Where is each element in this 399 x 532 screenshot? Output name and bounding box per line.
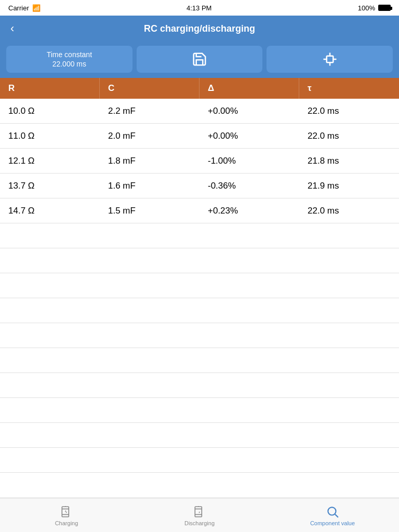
cell-r-0: 10.0 Ω bbox=[0, 100, 100, 123]
status-left: Carrier 📶 bbox=[8, 4, 41, 12]
svg-line-14 bbox=[335, 514, 338, 517]
table-row: 11.0 Ω 2.0 mF +0.00% 22.0 ms bbox=[0, 124, 399, 149]
cell-tau-4: 22.0 ms bbox=[299, 200, 399, 222]
cell-delta-1: +0.00% bbox=[200, 125, 299, 148]
wifi-icon: 📶 bbox=[32, 4, 41, 12]
cell-c-2: 1.8 mF bbox=[100, 150, 200, 172]
status-bar: Carrier 📶 4:13 PM 100% bbox=[0, 0, 399, 16]
tab-component-value[interactable]: Component value bbox=[266, 505, 399, 526]
charging-icon bbox=[60, 505, 73, 518]
table-row: 10.0 Ω 2.2 mF +0.00% 22.0 ms bbox=[0, 99, 399, 124]
status-right: 100% bbox=[358, 4, 391, 12]
col-header-r: R bbox=[0, 78, 100, 99]
cell-c-0: 2.2 mF bbox=[100, 100, 200, 123]
battery-icon bbox=[378, 5, 391, 11]
cell-delta-3: -0.36% bbox=[200, 175, 299, 197]
table-header: R C Δ τ bbox=[0, 78, 399, 99]
empty-row bbox=[0, 323, 399, 348]
cell-r-2: 12.1 Ω bbox=[0, 150, 100, 172]
carrier-text: Carrier bbox=[8, 4, 29, 12]
tab-charging-label: Charging bbox=[55, 520, 78, 526]
tab-bar: Charging Discharging Component value bbox=[0, 498, 399, 532]
tab-discharging-label: Discharging bbox=[184, 520, 215, 526]
table-row: 13.7 Ω 1.6 mF -0.36% 21.9 ms bbox=[0, 174, 399, 198]
empty-row bbox=[0, 348, 399, 373]
empty-row bbox=[0, 223, 399, 248]
table-row: 14.7 Ω 1.5 mF +0.23% 22.0 ms bbox=[0, 198, 399, 223]
cell-delta-4: +0.23% bbox=[200, 200, 299, 222]
cell-c-1: 2.0 mF bbox=[100, 125, 200, 148]
empty-row bbox=[0, 473, 399, 498]
empty-row bbox=[0, 398, 399, 423]
table-body: 10.0 Ω 2.2 mF +0.00% 22.0 ms 11.0 Ω 2.0 … bbox=[0, 99, 399, 519]
cell-r-4: 14.7 Ω bbox=[0, 200, 100, 222]
svg-rect-2 bbox=[326, 56, 333, 63]
tab-charging[interactable]: Charging bbox=[0, 505, 133, 526]
empty-row bbox=[0, 298, 399, 323]
save-button[interactable] bbox=[137, 46, 263, 73]
battery-percent: 100% bbox=[358, 4, 375, 12]
cell-c-4: 1.5 mF bbox=[100, 200, 200, 222]
col-header-c: C bbox=[100, 78, 200, 99]
svg-rect-9 bbox=[195, 507, 202, 517]
toolbar: Time constant 22.000 ms bbox=[0, 42, 399, 78]
tab-component-value-label: Component value bbox=[310, 520, 355, 526]
search-icon bbox=[326, 505, 339, 518]
circuit-button[interactable] bbox=[267, 46, 393, 73]
cell-tau-0: 22.0 ms bbox=[299, 100, 399, 123]
empty-row bbox=[0, 373, 399, 398]
time-constant-button[interactable]: Time constant 22.000 ms bbox=[6, 46, 132, 73]
col-header-tau: τ bbox=[299, 78, 399, 99]
time-constant-value: 22.000 ms bbox=[52, 59, 86, 69]
svg-point-13 bbox=[328, 507, 336, 515]
nav-bar: ‹ RC charging/discharging bbox=[0, 16, 399, 42]
tab-discharging[interactable]: Discharging bbox=[133, 505, 266, 526]
cell-tau-2: 21.8 ms bbox=[299, 150, 399, 172]
col-header-delta: Δ bbox=[200, 78, 299, 99]
empty-row bbox=[0, 273, 399, 298]
empty-row bbox=[0, 423, 399, 448]
cell-r-3: 13.7 Ω bbox=[0, 175, 100, 197]
cell-tau-1: 22.0 ms bbox=[299, 125, 399, 148]
status-time: 4:13 PM bbox=[187, 4, 211, 12]
back-button[interactable]: ‹ bbox=[6, 20, 18, 37]
cell-delta-2: -1.00% bbox=[200, 150, 299, 172]
time-constant-label: Time constant bbox=[47, 50, 92, 59]
empty-row bbox=[0, 248, 399, 273]
page-title: RC charging/discharging bbox=[144, 23, 255, 34]
empty-row bbox=[0, 448, 399, 473]
table-row: 12.1 Ω 1.8 mF -1.00% 21.8 ms bbox=[0, 149, 399, 174]
save-icon bbox=[192, 51, 207, 67]
discharging-icon bbox=[193, 505, 206, 518]
cell-delta-0: +0.00% bbox=[200, 100, 299, 123]
circuit-icon bbox=[322, 51, 338, 67]
cell-c-3: 1.6 mF bbox=[100, 175, 200, 197]
cell-r-1: 11.0 Ω bbox=[0, 125, 100, 148]
cell-tau-3: 21.9 ms bbox=[299, 175, 399, 197]
